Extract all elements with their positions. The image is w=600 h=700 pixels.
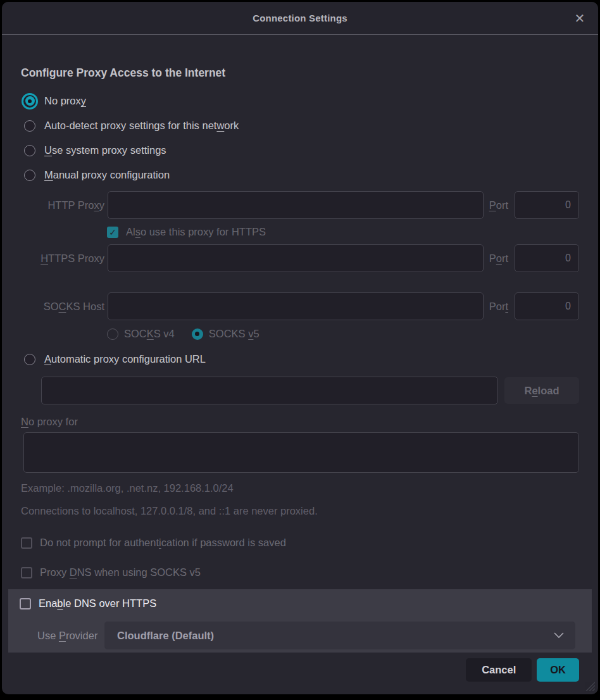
checkbox-unchecked-icon[interactable] — [21, 537, 32, 549]
radio-selected-icon[interactable] — [22, 93, 38, 109]
proxy-dns-label: Proxy DNS when using SOCKS v5 — [40, 566, 201, 578]
chevron-down-icon — [554, 632, 564, 639]
radio-icon[interactable] — [107, 328, 118, 340]
close-icon[interactable]: ✕ — [572, 10, 588, 27]
radio-row-manual[interactable]: Manual proxy configuration — [21, 163, 579, 187]
enable-doh-label: Enable DNS over HTTPS — [39, 597, 156, 609]
auto-config-url-input[interactable] — [41, 377, 498, 404]
page-title: Configure Proxy Access to the Internet — [21, 66, 579, 80]
socks-v5-label: SOCKS v5 — [209, 328, 259, 340]
connection-settings-dialog: Connection Settings ✕ Configure Proxy Ac… — [2, 2, 598, 694]
title-bar: Connection Settings ✕ — [2, 2, 598, 35]
https-port-label: Port — [489, 253, 508, 265]
auto-config-url-row: Reload — [41, 377, 579, 404]
radio-label-no-proxy: No proxy — [44, 95, 86, 107]
radio-row-auto-url[interactable]: Automatic proxy configuration URL — [21, 347, 579, 372]
radio-label-manual: Manual proxy configuration — [44, 169, 170, 181]
socks-version-row: SOCKS v4 SOCKS v5 — [104, 328, 579, 340]
dialog-title: Connection Settings — [253, 13, 347, 23]
http-port-label: Port — [489, 199, 508, 211]
no-proxy-example-text: Example: .mozilla.org, .net.nz, 192.168.… — [21, 482, 579, 494]
radio-icon[interactable] — [24, 120, 35, 132]
cancel-button[interactable]: Cancel — [466, 658, 532, 682]
socks-host-input[interactable] — [108, 292, 484, 320]
resize-grip[interactable] — [584, 680, 595, 691]
radio-label-auto-detect: Auto-detect proxy settings for this netw… — [44, 120, 239, 132]
provider-selected-value: Cloudflare (Default) — [117, 630, 214, 642]
http-proxy-row: HTTP Proxy Port — [21, 191, 579, 219]
http-proxy-label: HTTP Proxy — [21, 199, 104, 211]
no-proxy-note-text: Connections to localhost, 127.0.0.1/8, a… — [21, 505, 579, 517]
radio-row-use-system[interactable]: Use system proxy settings — [21, 138, 579, 163]
no-prompt-auth-checkbox-row[interactable]: Do not prompt for authentication if pass… — [21, 537, 579, 549]
socks-v5-option[interactable]: SOCKS v5 — [192, 328, 259, 340]
https-port-input[interactable] — [515, 244, 579, 272]
no-proxy-for-textarea[interactable] — [23, 432, 579, 473]
socks-v4-label: SOCKS v4 — [124, 328, 175, 340]
radio-label-use-system: Use system proxy settings — [44, 144, 166, 156]
provider-select[interactable]: Cloudflare (Default) — [104, 622, 575, 649]
provider-row: Use Provider Cloudflare (Default) — [20, 622, 575, 649]
screen: Connection Settings ✕ Configure Proxy Ac… — [0, 0, 600, 700]
radio-icon[interactable] — [24, 170, 35, 181]
use-provider-label: Use Provider — [20, 630, 104, 642]
radio-selected-icon[interactable] — [192, 328, 203, 340]
socks-host-label: SOCKS Host — [21, 301, 104, 313]
proxy-dns-checkbox-row[interactable]: Proxy DNS when using SOCKS v5 — [21, 566, 579, 578]
socks-host-row: SOCKS Host Port — [21, 292, 579, 320]
ok-button[interactable]: OK — [537, 658, 579, 682]
radio-label-auto-url: Automatic proxy configuration URL — [44, 353, 206, 365]
checkmark-icon: ✓ — [109, 227, 116, 237]
http-proxy-input[interactable] — [108, 191, 484, 219]
https-proxy-label: HTTPS Proxy — [21, 253, 104, 265]
dns-over-https-section: Enable DNS over HTTPS Use Provider Cloud… — [8, 589, 592, 653]
socks-port-input[interactable] — [515, 292, 579, 320]
radio-row-auto-detect[interactable]: Auto-detect proxy settings for this netw… — [21, 113, 579, 138]
reload-button[interactable]: Reload — [504, 377, 579, 404]
checkbox-unchecked-icon[interactable] — [21, 567, 32, 578]
socks-v4-option[interactable]: SOCKS v4 — [107, 328, 175, 340]
checkbox-unchecked-icon[interactable] — [20, 598, 31, 609]
checkbox-checked-icon[interactable]: ✓ — [107, 227, 118, 238]
no-proxy-for-label: No proxy for — [21, 416, 579, 428]
no-prompt-auth-label: Do not prompt for authentication if pass… — [40, 537, 286, 549]
radio-icon[interactable] — [24, 145, 35, 156]
dialog-button-row: Cancel OK — [21, 658, 579, 682]
share-proxy-checkbox-label: Also use this proxy for HTTPS — [126, 226, 266, 238]
radio-icon[interactable] — [24, 354, 35, 365]
http-port-input[interactable] — [515, 191, 579, 219]
https-proxy-input[interactable] — [108, 244, 484, 272]
dialog-content: Configure Proxy Access to the Internet N… — [2, 66, 598, 682]
https-proxy-row: HTTPS Proxy Port — [21, 244, 579, 272]
enable-doh-checkbox-row[interactable]: Enable DNS over HTTPS — [20, 597, 575, 609]
share-proxy-checkbox-row[interactable]: ✓ Also use this proxy for HTTPS — [107, 226, 579, 238]
socks-port-label: Port — [489, 301, 508, 313]
radio-row-no-proxy[interactable]: No proxy — [21, 89, 579, 113]
